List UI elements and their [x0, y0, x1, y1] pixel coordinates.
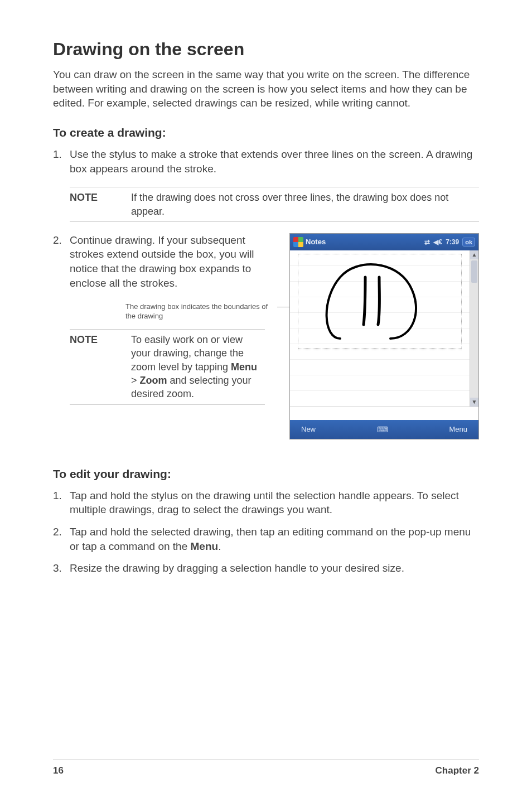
section-title-create: To create a drawing:: [53, 126, 479, 139]
edit-step-3: Resize the drawing by dragging a selecti…: [53, 561, 479, 576]
connectivity-icon[interactable]: ⇄: [424, 238, 430, 246]
device-menubar: New ⌨ Menu: [290, 420, 478, 439]
device-new-button[interactable]: New: [301, 425, 316, 433]
figure-callout: The drawing box indicates the boundaries…: [53, 302, 277, 321]
create-step-1: Use the stylus to make a stroke that ext…: [53, 147, 479, 176]
device-app-title: Notes: [306, 238, 326, 246]
note-box-2: NOTE To easily work on or view your draw…: [70, 329, 265, 404]
start-icon[interactable]: [293, 237, 303, 247]
ok-button[interactable]: ok: [462, 238, 475, 247]
page-number: 16: [53, 765, 64, 776]
intro-paragraph: You can draw on the screen in the same w…: [53, 67, 479, 110]
device-menu-button[interactable]: Menu: [449, 425, 467, 433]
note-box-1: NOTE If the drawing does not cross over …: [70, 187, 479, 222]
drawing-canvas[interactable]: [290, 250, 470, 407]
note-text: If the drawing does not cross over three…: [131, 187, 479, 222]
scrollbar[interactable]: ▲ ▼: [470, 250, 478, 407]
scroll-down-icon[interactable]: ▼: [470, 398, 478, 407]
create-steps-cont: Continue drawing. If your subsequent str…: [53, 233, 277, 291]
volume-icon[interactable]: ◀€: [433, 238, 442, 246]
page-footer: 16 Chapter 2: [53, 759, 479, 776]
create-step-2: Continue drawing. If your subsequent str…: [53, 233, 277, 291]
note-label: NOTE: [70, 187, 131, 222]
edit-steps: Tap and hold the stylus on the drawing u…: [53, 489, 479, 576]
drawing-stroke: [318, 260, 429, 344]
scroll-up-icon[interactable]: ▲: [470, 250, 478, 259]
keyboard-icon[interactable]: ⌨: [377, 425, 388, 434]
device-titlebar: Notes ⇄ ◀€ 7:39 ok: [290, 234, 478, 250]
edit-step-2: Tap and hold the selected drawing, then …: [53, 525, 479, 553]
create-steps: Use the stylus to make a stroke that ext…: [53, 147, 479, 176]
note-label: NOTE: [70, 330, 131, 404]
chapter-label: Chapter 2: [436, 765, 479, 776]
page-title: Drawing on the screen: [53, 39, 479, 60]
device-clock: 7:39: [446, 238, 459, 246]
note-text: To easily work on or view your drawing, …: [131, 330, 265, 404]
device-screenshot: Notes ⇄ ◀€ 7:39 ok: [289, 233, 479, 439]
edit-step-1: Tap and hold the stylus on the drawing u…: [53, 489, 479, 517]
section-title-edit: To edit your drawing:: [53, 467, 479, 481]
scroll-thumb[interactable]: [471, 260, 477, 283]
